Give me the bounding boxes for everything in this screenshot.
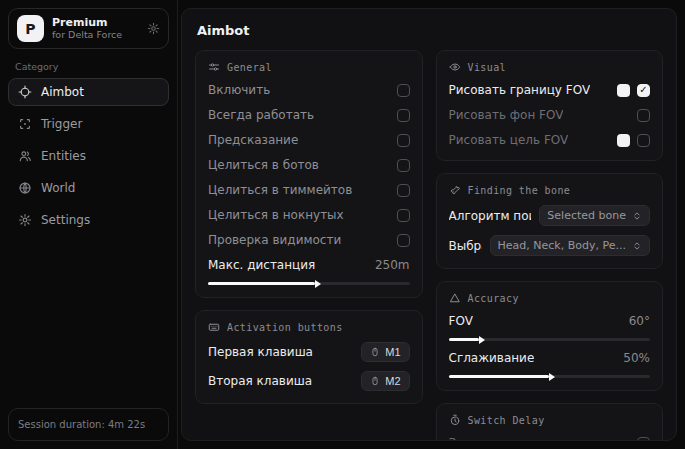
switch-delay-checkbox[interactable]	[637, 437, 650, 442]
general-panel: General Включить Всегда работать Предска…	[195, 50, 423, 298]
toggle-row: Включить	[208, 82, 410, 98]
activation-buttons-panel: Activation buttons Первая клавиша M1 Вто…	[195, 310, 423, 404]
toggle-row: Целиться в ботов	[208, 157, 410, 173]
mouse-icon	[370, 346, 380, 358]
left-column: General Включить Всегда работать Предска…	[195, 50, 423, 404]
globe-icon	[18, 181, 32, 195]
triangle-icon	[449, 292, 461, 304]
visual-controls	[617, 84, 650, 97]
panel-title: Accuracy	[468, 293, 519, 304]
fov-slider-value: 60°	[629, 314, 650, 328]
always-work-checkbox[interactable]	[397, 109, 410, 122]
visibility-check-checkbox[interactable]	[397, 234, 410, 247]
toggle-row: Предсказание	[208, 132, 410, 148]
switch-delay-panel-header: Switch Delay	[449, 414, 651, 426]
toggle-label: Включить	[208, 83, 270, 97]
visual-label: Рисовать границу FOV	[449, 83, 591, 97]
visual-row: Рисовать фон FOV	[449, 107, 651, 123]
gear-icon	[18, 213, 32, 227]
toggle-label: Проверка видимости	[208, 233, 341, 247]
draw-fov-target-checkbox[interactable]	[637, 134, 650, 147]
mouse-icon	[370, 375, 380, 387]
keybind-row: Первая клавиша M1	[208, 342, 410, 362]
toggle-label: Целиться в ботов	[208, 158, 319, 172]
chevrons-up-down-icon	[632, 211, 642, 221]
keybind-row: Вторая клавиша M2	[208, 371, 410, 391]
keybind-label: Вторая клавиша	[208, 374, 312, 388]
switch-delay-toggle-label: Задержка переключения	[449, 436, 609, 441]
visual-controls	[617, 134, 650, 147]
brand-logo-letter: P	[25, 21, 35, 37]
accuracy-panel: Accuracy FOV 60° Сглаживание 50%	[436, 281, 664, 391]
draw-fov-background-checkbox[interactable]	[637, 109, 650, 122]
target-bots-checkbox[interactable]	[397, 159, 410, 172]
panel-title: Visual	[468, 62, 507, 73]
slider-label-row: Сглаживание 50%	[449, 350, 651, 366]
smoothing-slider-value: 50%	[623, 351, 650, 365]
fov-border-color-swatch[interactable]	[617, 84, 630, 97]
sidebar-nav: Aimbot Trigger Entities World Settings	[8, 78, 169, 234]
gear-icon[interactable]	[147, 22, 160, 35]
panel-columns: General Включить Всегда работать Предска…	[195, 50, 663, 441]
panel-title: Finding the bone	[468, 185, 571, 196]
keyboard-icon	[208, 321, 220, 333]
sidebar: P Premium for Delta Force Category Aimbo…	[0, 0, 178, 449]
fov-target-color-swatch[interactable]	[617, 134, 630, 147]
slider-fill	[449, 338, 479, 341]
slider-label-row: Макс. дистанция 250m	[208, 257, 410, 273]
first-key-button[interactable]: M1	[361, 342, 409, 362]
slider-fill	[208, 282, 315, 285]
slider-value: 250m	[375, 258, 410, 272]
brand-subtitle: for Delta Force	[52, 29, 139, 41]
finding-bone-panel: Finding the bone Алгоритм поиска костей …	[436, 173, 664, 269]
smoothing-slider[interactable]	[449, 375, 651, 378]
activation-panel-header: Activation buttons	[208, 321, 410, 333]
target-knocked-checkbox[interactable]	[397, 209, 410, 222]
slider-label-row: FOV 60°	[449, 313, 651, 329]
target-teammates-checkbox[interactable]	[397, 184, 410, 197]
chevrons-up-down-icon	[632, 241, 642, 251]
visual-row: Рисовать цель FOV	[449, 132, 651, 148]
fov-slider-label: FOV	[449, 314, 473, 328]
sidebar-item-world[interactable]: World	[8, 174, 169, 202]
visual-row: Рисовать границу FOV	[449, 82, 651, 98]
sidebar-item-label: Settings	[41, 213, 90, 227]
entities-icon	[18, 149, 32, 163]
max-distance-slider[interactable]	[208, 282, 410, 285]
session-duration-card: Session duration: 4m 22s	[8, 408, 169, 441]
timer-icon	[449, 414, 461, 426]
draw-fov-border-checkbox[interactable]	[637, 84, 650, 97]
bone-row: Выбранные кости Head, Neck, Body, Pe...	[449, 235, 651, 256]
visual-panel-header: Visual	[449, 61, 651, 73]
session-duration-text: Session duration: 4m 22s	[18, 419, 145, 430]
right-column: Visual Рисовать границу FOV Рисовать фон…	[436, 50, 664, 441]
panel-title: Switch Delay	[468, 415, 545, 426]
brand-title: Premium	[52, 16, 139, 30]
keybind-value: M2	[385, 375, 400, 387]
select-value: Head, Neck, Body, Pe...	[498, 239, 626, 252]
sidebar-item-settings[interactable]: Settings	[8, 206, 169, 234]
smoothing-slider-label: Сглаживание	[449, 351, 535, 365]
toggle-row: Целиться в тиммейтов	[208, 182, 410, 198]
trigger-icon	[18, 117, 32, 131]
sidebar-item-trigger[interactable]: Trigger	[8, 110, 169, 138]
bone-algorithm-select[interactable]: Selected bone	[539, 205, 650, 226]
panel-title: Activation buttons	[227, 322, 343, 333]
sliders-icon	[208, 61, 220, 73]
bone-row: Алгоритм поиска костей Selected bone	[449, 205, 651, 226]
toggle-label: Целиться в нокнутых	[208, 208, 344, 222]
brand-text: Premium for Delta Force	[52, 16, 139, 42]
enable-checkbox[interactable]	[397, 84, 410, 97]
fov-slider[interactable]	[449, 338, 651, 341]
sidebar-item-aimbot[interactable]: Aimbot	[8, 78, 169, 106]
prediction-checkbox[interactable]	[397, 134, 410, 147]
keybind-label: Первая клавиша	[208, 345, 313, 359]
second-key-button[interactable]: M2	[361, 371, 409, 391]
sidebar-item-label: Trigger	[41, 117, 82, 131]
visual-panel: Visual Рисовать границу FOV Рисовать фон…	[436, 50, 664, 161]
general-panel-header: General	[208, 61, 410, 73]
sidebar-item-label: World	[41, 181, 75, 195]
brand-logo: P	[17, 15, 44, 42]
selected-bones-select[interactable]: Head, Neck, Body, Pe...	[490, 235, 650, 256]
sidebar-item-entities[interactable]: Entities	[8, 142, 169, 170]
